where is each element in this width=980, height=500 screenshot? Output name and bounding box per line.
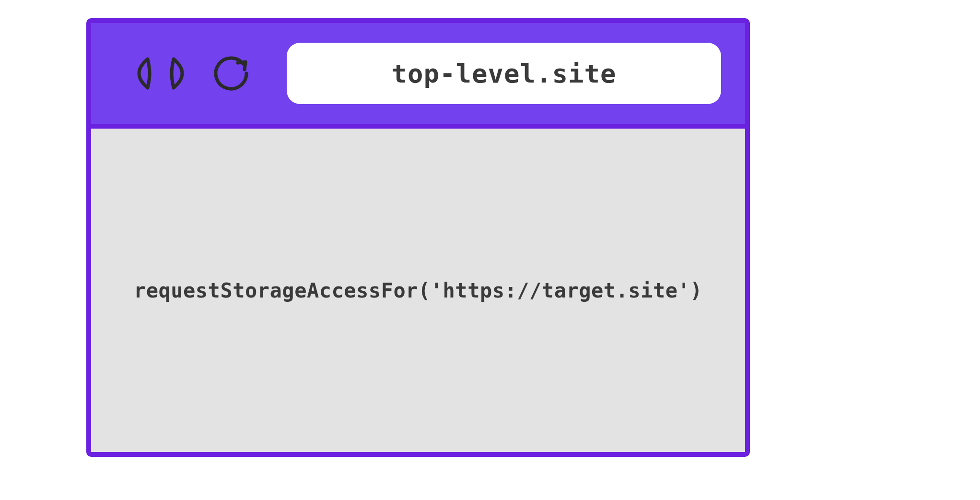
code-snippet: requestStorageAccessFor('https://target.… <box>134 279 702 302</box>
browser-window: top-level.site requestStorageAccessFor('… <box>86 18 750 457</box>
back-icon <box>126 55 152 92</box>
forward-icon <box>169 55 196 92</box>
page-content: requestStorageAccessFor('https://target.… <box>91 129 745 452</box>
browser-toolbar: top-level.site <box>91 23 745 129</box>
forward-button[interactable] <box>168 54 197 93</box>
nav-icons-group <box>125 54 251 93</box>
reload-button[interactable] <box>211 54 251 93</box>
address-bar-text: top-level.site <box>391 59 616 89</box>
back-button[interactable] <box>125 54 153 93</box>
address-bar[interactable]: top-level.site <box>287 43 721 104</box>
reload-icon <box>211 53 251 94</box>
